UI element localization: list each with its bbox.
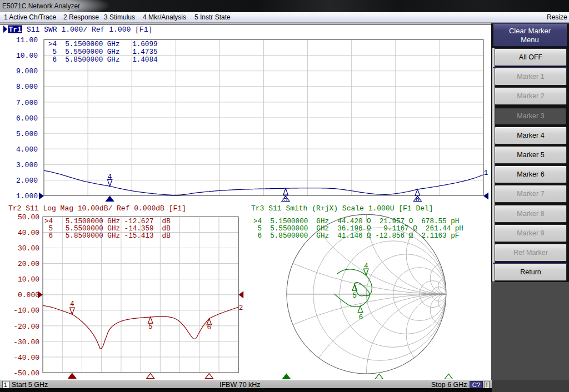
svg-text:5: 5 [283,196,288,204]
svg-text:11.00: 11.00 [16,36,38,44]
svg-text:1: 1 [484,169,488,177]
svg-text:-30.00: -30.00 [13,338,39,346]
svg-text:-10.00: -10.00 [13,306,39,315]
svg-text:9.000: 9.000 [16,67,38,76]
svg-text:4: 4 [364,263,368,270]
svg-text:5 5.5500000 GHz 1.4735: 5 5.5500000 GHz 1.4735 [48,48,158,56]
svg-text:30.00: 30.00 [18,244,39,253]
svg-text:5.000: 5.000 [16,130,38,138]
svg-text:2.000: 2.000 [16,177,38,185]
svg-text:10.00: 10.00 [18,275,39,284]
svg-text:5 5.5500000 GHz 36.196 Ω: 5 5.5500000 GHz 36.196 Ω 9.1167 Ω 261.44… [253,225,463,233]
svg-text:5 5.5500000 GHz -14.359 dB: 5 5.5500000 GHz -14.359 dB [44,225,171,233]
svg-text:2: 2 [239,304,243,312]
svg-text:6: 6 [207,324,212,331]
svg-text:>4 5.1500000 GHz 1.6099: >4 5.1500000 GHz 1.6099 [48,41,158,48]
svg-text:1.000: 1.000 [16,192,38,200]
svg-text:>4 5.1500000 GHz 44.420 Ω: >4 5.1500000 GHz 44.420 Ω 21.957 Ω 678.5… [253,218,459,225]
svg-text:6 5.8500000 GHz -15.413 dB: 6 5.8500000 GHz -15.413 dB [44,232,171,240]
svg-text:>4 5.1500000 GHz -12.627 dB: >4 5.1500000 GHz -12.627 dB [44,218,171,225]
svg-text:Tr2 S11 Log Mag 10.00dB/ Ref 0: Tr2 S11 Log Mag 10.00dB/ Ref 0.000dB [F1… [8,204,186,213]
svg-text:6: 6 [416,196,420,204]
svg-text:4.000: 4.000 [16,145,38,154]
svg-text:4: 4 [70,300,74,308]
svg-text:0.000: 0.000 [18,291,39,299]
svg-text:5: 5 [148,323,153,331]
svg-text:Tr3 S11 Smith (R+jX) Scale 1.0: Tr3 S11 Smith (R+jX) Scale 1.000U [F1 De… [251,204,433,213]
svg-text:-20.00: -20.00 [13,323,39,331]
svg-text:-50.00: -50.00 [13,369,39,378]
svg-text:6 5.8500000 GHz 1.4084: 6 5.8500000 GHz 1.4084 [48,56,158,64]
svg-text:5: 5 [353,292,357,300]
svg-text:7.000: 7.000 [16,99,38,107]
svg-text:20.00: 20.00 [18,260,39,268]
svg-text:6: 6 [359,314,363,321]
svg-text:S11 SWR 1.000/ Ref 1.000 [F1]: S11 SWR 1.000/ Ref 1.000 [F1] [27,26,152,34]
svg-text:-40.00: -40.00 [13,354,39,362]
svg-text:6.000: 6.000 [16,114,38,123]
svg-text:Tr1: Tr1 [8,26,22,34]
svg-text:10.00: 10.00 [16,52,38,60]
svg-text:8.000: 8.000 [16,83,38,91]
svg-text:50.00: 50.00 [18,213,39,222]
svg-text:6 5.8500000 GHz 41.146 Ω -1: 6 5.8500000 GHz 41.146 Ω -12.856 Ω 2.116… [253,232,459,240]
svg-text:3.000: 3.000 [16,161,38,169]
svg-text:40.00: 40.00 [18,229,39,237]
